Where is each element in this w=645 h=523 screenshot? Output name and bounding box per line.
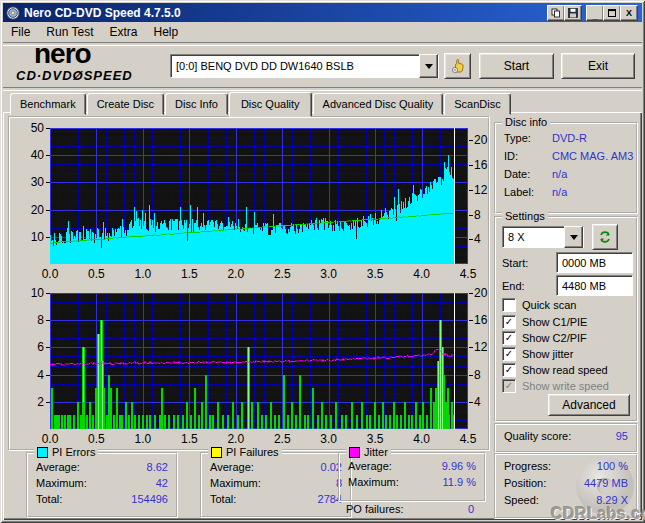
advanced-button[interactable]: Advanced (548, 394, 630, 416)
axis-tick-mark (46, 293, 50, 294)
axis-tick-label: 3.0 (316, 267, 342, 281)
start-field-label: Start: (502, 257, 528, 269)
scan-speed-select[interactable]: 8 X (502, 226, 584, 248)
save-button[interactable] (564, 5, 582, 21)
refresh-icon (598, 230, 612, 244)
axis-tick-label: 2 (16, 395, 44, 409)
axis-tick-label: 8 (474, 208, 500, 222)
show-c2-pif-checkbox[interactable] (502, 331, 516, 345)
axis-tick-label: 1.0 (130, 267, 156, 281)
po-failures-label: PO failures: (346, 503, 403, 515)
axis-tick-label: 4.0 (409, 432, 435, 446)
axis-tick-label: 2.0 (223, 432, 249, 446)
axis-tick-mark (469, 320, 473, 321)
quality-score-label: Quality score: (504, 430, 571, 442)
menu-bar: File Run Test Extra Help (3, 22, 642, 42)
axis-tick-mark (469, 140, 473, 141)
axis-tick-label: 6 (16, 340, 44, 354)
exit-button[interactable]: Exit (561, 53, 635, 79)
save-icon (568, 8, 578, 18)
axis-tick-label: 12 (474, 340, 500, 354)
axis-tick-label: 4 (474, 232, 500, 246)
axis-tick-label: 16 (474, 313, 500, 327)
pi-failures-chart (50, 293, 468, 429)
disc-info-title: Disc info (502, 116, 550, 128)
start-button[interactable]: Start (479, 53, 554, 79)
quality-score-box: Quality score:95 (494, 423, 638, 453)
nero-logo-subtitle: CD·DVDØSPEED (16, 68, 133, 83)
progress-value: 100 % (597, 460, 628, 472)
nero-logo: nero (34, 41, 91, 67)
pi-errors-title: PI Errors (52, 446, 95, 458)
close-icon: X (626, 8, 632, 18)
eject-tray-button[interactable] (444, 53, 471, 79)
axis-tick-mark (469, 239, 473, 240)
show-c2-pif-row: Show C2/PIF (502, 331, 587, 345)
refresh-button[interactable] (592, 224, 618, 250)
axis-tick-mark (46, 210, 50, 211)
drive-select-value: [0:0] BENQ DVD DD DW1640 BSLB (171, 60, 419, 72)
menu-help[interactable]: Help (146, 23, 187, 41)
axis-tick-label: 0.0 (37, 432, 63, 446)
axis-tick-label: 1.5 (176, 267, 202, 281)
axis-tick-label: 3.0 (316, 432, 342, 446)
tab-scandisc[interactable]: ScanDisc (444, 93, 510, 115)
disc-id-value: CMC MAG. AM3 (552, 150, 633, 162)
copy-button[interactable] (547, 5, 565, 21)
maximize-button[interactable] (603, 5, 621, 21)
start-position-field[interactable]: 0000 MB (556, 252, 633, 273)
axis-tick-label: 20 (474, 133, 500, 147)
axis-tick-label: 4 (16, 368, 44, 382)
header-divider (3, 87, 642, 91)
drive-select[interactable]: [0:0] BENQ DVD DD DW1640 BSLB (170, 54, 439, 78)
settings-title: Settings (502, 210, 548, 222)
axis-tick-mark (469, 165, 473, 166)
axis-tick-label: 3.5 (362, 432, 388, 446)
show-write-speed-checkbox[interactable] (502, 379, 516, 393)
axis-tick-label: 8 (474, 368, 500, 382)
show-c1-pie-checkbox[interactable] (502, 315, 516, 329)
tab-disc-quality[interactable]: Disc Quality (229, 92, 312, 117)
axis-tick-label: 10 (16, 286, 44, 300)
disc-info-box: Disc info Type: DVD-R ID: CMC MAG. AM3 D… (494, 122, 638, 214)
po-failures-row: PO failures: 0 (346, 503, 474, 515)
maximize-icon (608, 9, 616, 17)
pi-errors-chart (50, 128, 468, 264)
quick-scan-checkbox[interactable] (502, 298, 516, 312)
tab-disc-info[interactable]: Disc Info (165, 93, 228, 115)
title-bar: Nero CD-DVD Speed 4.7.5.0 _ X (3, 3, 642, 22)
drive-select-dropdown-button[interactable] (419, 54, 438, 78)
disc-label-value: n/a (552, 186, 567, 198)
axis-tick-label: 16 (474, 158, 500, 172)
axis-tick-mark (469, 402, 473, 403)
tab-create-disc[interactable]: Create Disc (87, 93, 164, 115)
tab-bar: Benchmark Create Disc Disc Info Disc Qua… (10, 92, 512, 115)
tab-benchmark[interactable]: Benchmark (10, 93, 86, 115)
menu-extra[interactable]: Extra (101, 23, 145, 41)
minimize-button[interactable]: _ (586, 5, 604, 21)
watermark-text: CDRLabs.com (551, 505, 645, 523)
end-field-label: End: (502, 280, 525, 292)
axis-tick-mark (469, 347, 473, 348)
scan-speed-dropdown-button[interactable] (564, 226, 583, 248)
pi-failures-stats-box: PI Failures Average:0.02 Maximum:8 Total… (200, 452, 352, 518)
axis-tick-label: 40 (16, 148, 44, 162)
axis-tick-mark (46, 347, 50, 348)
show-read-speed-checkbox[interactable] (502, 363, 516, 377)
axis-tick-label: 20 (474, 286, 500, 300)
app-icon (6, 6, 20, 20)
quick-scan-row: Quick scan (502, 298, 576, 312)
tab-advanced-disc-quality[interactable]: Advanced Disc Quality (313, 93, 444, 115)
axis-tick-label: 2.5 (269, 267, 295, 281)
app-window: Nero CD-DVD Speed 4.7.5.0 _ X File Run T… (0, 0, 645, 523)
axis-tick-mark (46, 402, 50, 403)
axis-tick-label: 4.5 (455, 267, 481, 281)
axis-tick-label: 4 (474, 395, 500, 409)
pi-errors-swatch (37, 447, 48, 458)
axis-tick-mark (46, 320, 50, 321)
close-button[interactable]: X (620, 5, 638, 21)
axis-tick-label: 2.0 (223, 267, 249, 281)
end-position-field[interactable]: 4480 MB (556, 275, 633, 296)
disc-date-value: n/a (552, 168, 567, 180)
show-jitter-checkbox[interactable] (502, 347, 516, 361)
